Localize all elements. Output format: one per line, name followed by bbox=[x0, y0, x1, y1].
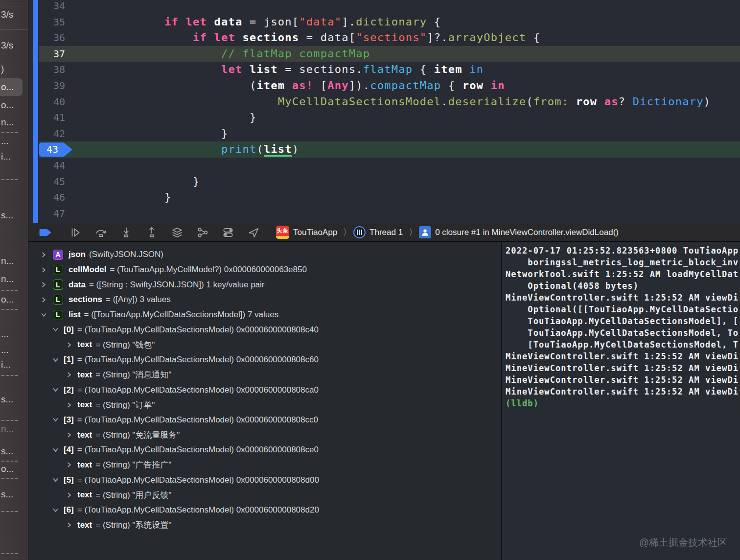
variable-name: list bbox=[69, 310, 81, 320]
chevron-collapsed-icon[interactable] bbox=[66, 372, 72, 378]
variable-row-1-7[interactable]: [1]= (TouTiaoApp.MyCellDataSectionsModel… bbox=[28, 352, 500, 368]
sidebar-dashed-separator bbox=[1, 461, 18, 462]
variable-row-text-16[interactable]: text= (String) "用户反馈" bbox=[28, 488, 500, 503]
sidebar-item[interactable]: 3/s bbox=[1, 9, 13, 20]
sidebar-item[interactable]: ... bbox=[1, 136, 9, 146]
process-name[interactable]: TouTiaoApp bbox=[293, 228, 337, 237]
chevron-collapsed-icon[interactable] bbox=[66, 492, 72, 498]
line-number[interactable]: 34 bbox=[39, 0, 65, 14]
variable-row-data-2[interactable]: Ldata= ([String : SwiftyJSON.JSON]) 1 ke… bbox=[28, 277, 500, 292]
sidebar-item[interactable]: i... bbox=[1, 151, 11, 162]
variable-row-text-18[interactable]: text= (String) "系统设置" bbox=[28, 517, 500, 533]
chevron-collapsed-icon[interactable] bbox=[66, 402, 72, 408]
sidebar-dashed-separator bbox=[1, 132, 18, 133]
debug-navigator-sidebar: 3/s3/s)o...o...n......i...s...n...n...o.… bbox=[0, 0, 28, 560]
variable-row-text-6[interactable]: text= (String) "钱包" bbox=[28, 337, 500, 352]
chevron-expanded-icon[interactable] bbox=[41, 312, 47, 318]
continue-button[interactable] bbox=[68, 225, 83, 240]
sidebar-item[interactable]: o... bbox=[1, 100, 14, 111]
environment-overrides-button[interactable] bbox=[221, 225, 235, 240]
variable-row-sections-3[interactable]: Lsections= ([Any]) 3 values bbox=[28, 292, 500, 307]
variable-value: = (String) "钱包" bbox=[95, 339, 155, 350]
chevron-collapsed-icon[interactable] bbox=[41, 267, 47, 273]
sidebar-separator bbox=[0, 57, 27, 57]
console-line: 2022-07-17 01:25:52.823563+0800 TouTiaoA… bbox=[506, 245, 740, 257]
sidebar-item[interactable]: s... bbox=[1, 446, 13, 457]
variable-row-cellModel-1[interactable]: LcellModel= (TouTiaoApp.MyCellModel?) 0x… bbox=[28, 262, 500, 278]
chevron-collapsed-icon[interactable] bbox=[66, 432, 72, 438]
source-editor[interactable]: 3435 if let data = json["data"].dictiona… bbox=[28, 0, 740, 223]
step-over-button[interactable] bbox=[93, 225, 108, 240]
sidebar-item[interactable]: n... bbox=[1, 423, 14, 434]
sidebar-item[interactable]: s... bbox=[1, 489, 13, 500]
stack-frame-label[interactable]: 0 closure #1 in MineViewController.viewD… bbox=[435, 228, 619, 237]
variable-row-6-17[interactable]: [6]= (TouTiaoApp.MyCellDataSectionsModel… bbox=[28, 503, 500, 518]
chevron-expanded-icon[interactable] bbox=[52, 417, 59, 423]
chevron-collapsed-icon[interactable] bbox=[41, 281, 47, 288]
memory-graph-button[interactable] bbox=[195, 225, 210, 240]
step-over-icon bbox=[94, 226, 107, 239]
chevron-expanded-icon[interactable] bbox=[52, 477, 59, 483]
chevron-expanded-icon[interactable] bbox=[52, 357, 59, 363]
console-line: boringssl_metrics_log_metric_block_inv bbox=[506, 257, 740, 268]
variable-row-4-13[interactable]: [4]= (TouTiaoApp.MyCellDataSectionsModel… bbox=[28, 443, 500, 458]
variable-row-3-11[interactable]: [3]= (TouTiaoApp.MyCellDataSectionsModel… bbox=[28, 413, 500, 428]
view-hierarchy-button[interactable] bbox=[170, 225, 185, 240]
step-out-button[interactable] bbox=[144, 225, 159, 240]
sidebar-item[interactable]: n... bbox=[1, 274, 14, 284]
variable-row-text-8[interactable]: text= (String) "消息通知" bbox=[28, 368, 500, 383]
breakpoints-toggle-button[interactable] bbox=[38, 225, 53, 240]
sidebar-item[interactable]: ... bbox=[1, 329, 9, 340]
variables-view[interactable]: Ajson(SwiftyJSON.JSON)LcellModel= (TouTi… bbox=[28, 241, 500, 560]
chevron-collapsed-icon[interactable] bbox=[66, 342, 72, 348]
chevron-expanded-icon[interactable] bbox=[52, 447, 59, 453]
chevron-right-icon: 〉 bbox=[343, 227, 351, 238]
variable-row-2-9[interactable]: [2]= (TouTiaoApp.MyCellDataSectionsModel… bbox=[28, 382, 500, 397]
sidebar-item[interactable]: n... bbox=[1, 256, 14, 266]
app-icon[interactable]: 头条 bbox=[276, 226, 289, 239]
chevron-expanded-icon[interactable] bbox=[52, 387, 59, 393]
variable-row-list-4[interactable]: Llist= ([TouTiaoApp.MyCellDataSectionsMo… bbox=[28, 307, 500, 323]
sidebar-item[interactable]: n... bbox=[1, 117, 14, 128]
code-line-42: 42 } bbox=[39, 126, 740, 142]
sidebar-item[interactable]: s... bbox=[1, 210, 13, 221]
sidebar-item[interactable]: o... bbox=[1, 294, 14, 305]
step-into-button[interactable] bbox=[119, 225, 134, 240]
chevron-collapsed-icon[interactable] bbox=[66, 522, 72, 528]
simulate-location-button[interactable] bbox=[246, 225, 261, 240]
variable-row-0-5[interactable]: [0]= (TouTiaoApp.MyCellDataSectionsModel… bbox=[28, 322, 500, 337]
watermark: @稀土掘金技术社区 bbox=[639, 536, 727, 549]
sidebar-item[interactable]: 3/s bbox=[1, 40, 13, 51]
debug-console[interactable]: 2022-07-17 01:25:52.823563+0800 TouTiaoA… bbox=[501, 241, 740, 560]
chevron-collapsed-icon[interactable] bbox=[41, 252, 47, 258]
line-number[interactable]: 44 bbox=[39, 158, 65, 174]
chevron-collapsed-icon[interactable] bbox=[66, 462, 72, 468]
code-line-35: 35 if let data = json["data"].dictionary… bbox=[39, 14, 740, 30]
variable-row-json-0[interactable]: Ajson(SwiftyJSON.JSON) bbox=[28, 247, 500, 262]
breakpoint-tag-icon bbox=[39, 229, 52, 236]
variable-row-text-14[interactable]: text= (String) "广告推广" bbox=[28, 458, 500, 473]
variable-row-text-12[interactable]: text= (String) "免流量服务" bbox=[28, 427, 500, 443]
sidebar-item[interactable]: i... bbox=[1, 359, 11, 370]
chevron-expanded-icon[interactable] bbox=[52, 507, 59, 513]
chevron-expanded-icon[interactable] bbox=[52, 327, 59, 333]
variable-value: = (String) "广告推广" bbox=[95, 459, 171, 470]
variable-name: text bbox=[77, 490, 92, 500]
sidebar-item[interactable]: s... bbox=[1, 394, 13, 405]
thread-name[interactable]: Thread 1 bbox=[370, 228, 403, 237]
variable-value: = ([String : SwiftyJSON.JSON]) 1 key/val… bbox=[89, 280, 265, 290]
sidebar-item[interactable]: o... bbox=[0, 78, 23, 96]
variable-row-5-15[interactable]: [5]= (TouTiaoApp.MyCellDataSectionsModel… bbox=[28, 472, 500, 488]
code-text: MyCellDataSectionsModel.deserialize(from… bbox=[51, 94, 711, 110]
sidebar-item[interactable]: o... bbox=[1, 464, 14, 474]
variable-name: [6] bbox=[64, 505, 74, 515]
variable-row-text-10[interactable]: text= (String) "订单" bbox=[28, 397, 500, 413]
sidebar-item[interactable]: ) bbox=[1, 64, 4, 74]
code-line-46: 46 } bbox=[39, 189, 740, 206]
sidebar-item[interactable]: ... bbox=[1, 345, 9, 355]
code-text: print(list) bbox=[51, 141, 299, 158]
chevron-collapsed-icon[interactable] bbox=[41, 297, 47, 303]
line-number[interactable]: 47 bbox=[39, 206, 65, 222]
environment-overrides-icon bbox=[222, 226, 234, 239]
code-line-45: 45 } bbox=[39, 174, 740, 190]
